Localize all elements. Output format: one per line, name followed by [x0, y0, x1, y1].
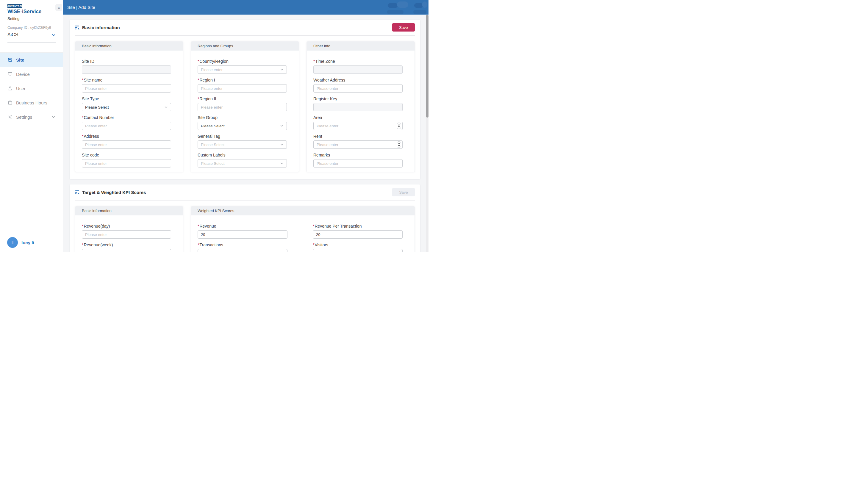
general-tag-select[interactable]: Please Select: [198, 140, 287, 149]
section-title: Target & Weighted KPI Scores: [82, 190, 146, 195]
field-kpi-visitors: *Visitors: [313, 242, 403, 252]
save-button-disabled[interactable]: Save: [392, 188, 415, 196]
revenue-week-input[interactable]: [82, 249, 171, 252]
sidebar-collapse-button[interactable]: «: [55, 4, 62, 11]
number-stepper[interactable]: [397, 141, 401, 148]
card-weighted-kpi-scores: Weighted KPI Scores *Revenue *Revenue Pe…: [191, 206, 415, 252]
vertical-scrollbar-thumb[interactable]: [426, 15, 428, 118]
sidebar-item-site[interactable]: Site: [0, 53, 63, 67]
user-icon: [7, 86, 13, 91]
field-register-key: Register Key: [313, 96, 408, 111]
field-label: General Tag: [198, 134, 292, 139]
chevron-down-icon: [280, 143, 284, 146]
calendar-icon: [7, 100, 13, 105]
user-box: ll lucy li: [7, 237, 34, 248]
address-input[interactable]: [82, 140, 171, 149]
vertical-scrollbar-track[interactable]: [426, 15, 428, 252]
sort-icon: [75, 25, 80, 30]
section-header: Basic information Save: [75, 20, 415, 35]
kpi-revenue-per-transaction-input[interactable]: [313, 230, 403, 239]
workspace-selector[interactable]: AiCS: [7, 31, 56, 38]
sidebar-item-label: Device: [16, 72, 30, 77]
save-button[interactable]: Save: [392, 23, 415, 32]
kpi-transactions-input[interactable]: [198, 249, 287, 252]
field-label: *Address: [82, 134, 177, 139]
field-label: *Revenue(day): [82, 224, 177, 229]
sidebar-item-label: Business Hours: [16, 100, 47, 105]
revenue-day-input[interactable]: [82, 230, 171, 239]
field-kpi-revenue: *Revenue: [198, 224, 287, 239]
sort-icon: [75, 190, 80, 195]
field-label: *Country/Region: [198, 59, 292, 64]
region-2-input[interactable]: [198, 103, 287, 111]
required-asterisk: *: [313, 59, 315, 64]
section-kpi-scores: Target & Weighted KPI Scores Save Basic …: [70, 184, 420, 252]
field-rent: Rent: [313, 134, 408, 149]
field-area: Area: [313, 115, 408, 130]
field-revenue-week: *Revenue(week): [82, 242, 177, 252]
field-address: *Address: [82, 134, 177, 149]
store-icon: [7, 57, 13, 63]
register-key-input[interactable]: [313, 103, 403, 111]
gear-icon: [7, 114, 13, 120]
field-label: Site ID: [82, 59, 177, 64]
divider: [7, 42, 56, 43]
custom-labels-select[interactable]: Please Select: [198, 159, 287, 168]
field-kpi-revenue-per-transaction: *Revenue Per Transaction: [313, 224, 403, 239]
site-type-select[interactable]: Please Select: [82, 103, 171, 111]
field-label: Weather Address: [313, 78, 408, 82]
sidebar: « ADVANTECH WISE-iService Setting Compan…: [0, 0, 63, 252]
section-header: Target & Weighted KPI Scores Save: [75, 184, 415, 200]
kpi-visitors-input[interactable]: [313, 249, 403, 252]
time-zone-input[interactable]: [313, 65, 403, 74]
field-label: Custom Labels: [198, 153, 292, 157]
company-id: Company ID : eyl2rZ3tF9y9: [7, 26, 51, 30]
field-revenue-day: *Revenue(day): [82, 224, 177, 239]
page-header: Site | Add Site: [63, 0, 428, 15]
field-label: Area: [313, 115, 408, 120]
card-title: Regions and Groups: [191, 41, 299, 51]
site-group-select[interactable]: Please Select: [198, 122, 287, 130]
kpi-revenue-input[interactable]: [198, 230, 287, 239]
card-title: Weighted KPI Scores: [191, 206, 415, 215]
field-site-code: Site code: [82, 153, 177, 168]
site-id-input[interactable]: [82, 65, 171, 74]
remarks-input[interactable]: [313, 159, 403, 168]
required-asterisk: *: [198, 242, 199, 247]
field-label: Rent: [313, 134, 408, 139]
divider: [75, 200, 415, 201]
field-weather-address: Weather Address: [313, 78, 408, 93]
area-input[interactable]: [313, 122, 403, 130]
field-label: Site code: [82, 153, 177, 157]
cards-row: Basic information *Revenue(day) *Revenue…: [75, 206, 415, 252]
field-remarks: Remarks: [313, 153, 408, 168]
sidebar-item-device[interactable]: Device: [0, 67, 63, 81]
chevron-down-icon: [164, 105, 168, 109]
rent-input[interactable]: [313, 140, 403, 149]
region-1-input[interactable]: [198, 84, 287, 93]
chevron-down-icon: [280, 68, 284, 71]
required-asterisk: *: [82, 134, 83, 139]
number-stepper[interactable]: [397, 122, 401, 129]
required-asterisk: *: [82, 78, 83, 82]
sidebar-item-user[interactable]: User: [0, 81, 63, 96]
card-title: Other info.: [307, 41, 415, 51]
required-asterisk: *: [82, 242, 83, 247]
required-asterisk: *: [198, 224, 199, 229]
field-kpi-transactions: *Transactions: [198, 242, 287, 252]
user-name[interactable]: lucy li: [21, 240, 34, 245]
field-label: Remarks: [313, 153, 408, 157]
field-label: Site Type: [82, 96, 177, 101]
card-other-info: Other info. *Time Zone Weather Address R…: [306, 41, 415, 172]
site-name-input[interactable]: [82, 84, 171, 93]
country-region-select[interactable]: Please enter: [198, 65, 287, 74]
field-time-zone: *Time Zone: [313, 59, 408, 74]
weather-address-input[interactable]: [313, 84, 403, 93]
required-asterisk: *: [313, 242, 314, 247]
chevron-down-icon: [52, 115, 55, 119]
site-code-input[interactable]: [82, 159, 171, 168]
contact-number-input[interactable]: [82, 122, 171, 130]
avatar[interactable]: ll: [7, 237, 18, 248]
sidebar-item-settings[interactable]: Settings: [0, 110, 63, 124]
sidebar-item-business-hours[interactable]: Business Hours: [0, 96, 63, 110]
